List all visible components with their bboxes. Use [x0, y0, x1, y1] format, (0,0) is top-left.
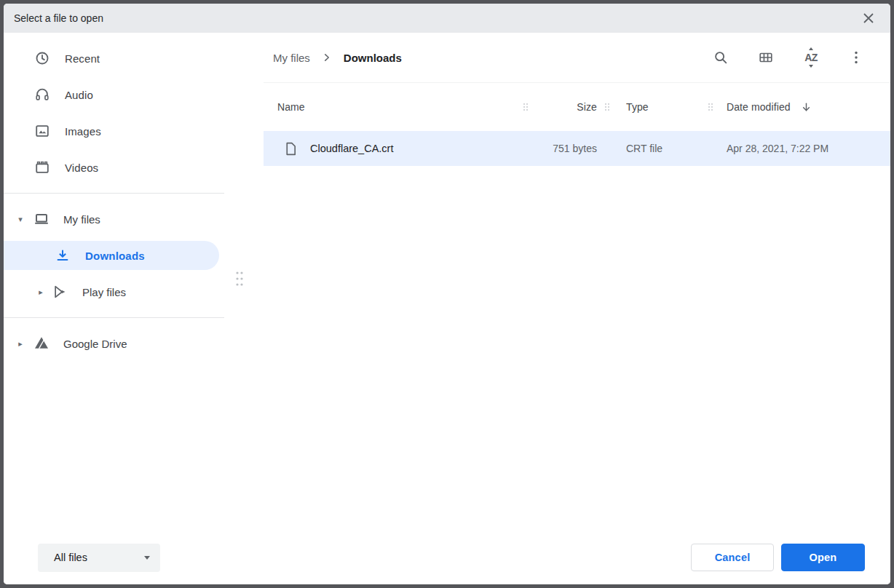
- column-header-name[interactable]: Name: [264, 101, 520, 113]
- column-header-label: Date modified: [727, 101, 791, 113]
- sidebar-item-images[interactable]: Images: [4, 113, 224, 149]
- sort-button[interactable]: AZ: [802, 48, 820, 67]
- column-resize-handle-icon[interactable]: [520, 103, 531, 111]
- sidebar-divider: [4, 317, 224, 318]
- file-type-filter-value: All files: [54, 552, 144, 563]
- sidebar-item-my-files[interactable]: ▾ My files: [4, 201, 224, 237]
- sidebar-item-audio[interactable]: Audio: [4, 76, 224, 113]
- arrow-down-icon: [800, 101, 812, 114]
- sidebar-item-label: Videos: [65, 162, 98, 174]
- sidebar-item-label: Google Drive: [63, 338, 127, 350]
- table-row[interactable]: Cloudflare_CA.crt 751 bytes CRT file Apr…: [264, 131, 890, 166]
- file-size: 751 bytes: [531, 143, 597, 154]
- chevron-collapsed-icon[interactable]: ▸: [36, 287, 46, 297]
- google-drive-icon: [33, 335, 50, 352]
- cancel-button[interactable]: Cancel: [691, 544, 774, 571]
- file-picker-dialog: Select a file to open Recent Audio: [0, 0, 894, 588]
- sort-az-icon: AZ: [804, 52, 818, 63]
- dialog-body: Recent Audio Images Videos: [4, 33, 890, 531]
- breadcrumb-item-my-files[interactable]: My files: [272, 52, 312, 64]
- table-header: Name Size Type Date modified: [264, 83, 890, 131]
- sidebar-divider: [4, 193, 224, 194]
- more-vertical-icon: [848, 49, 864, 65]
- title-bar: Select a file to open: [4, 4, 890, 33]
- dialog-title: Select a file to open: [14, 12, 860, 24]
- column-resize-handle-icon[interactable]: [597, 103, 617, 111]
- download-icon: [55, 247, 71, 263]
- column-header-type[interactable]: Type: [617, 101, 702, 113]
- close-icon: [863, 12, 874, 24]
- grid-view-icon: [758, 49, 774, 65]
- sidebar: Recent Audio Images Videos: [4, 33, 224, 531]
- play-store-icon: [52, 283, 69, 301]
- file-document-icon: [283, 141, 298, 156]
- sidebar-item-play-files[interactable]: ▸ Play files: [4, 274, 224, 310]
- sidebar-item-videos[interactable]: Videos: [4, 149, 224, 186]
- column-header-size[interactable]: Size: [531, 101, 597, 113]
- file-list-panel: My files Downloads AZ: [264, 33, 890, 531]
- dropdown-caret-icon: [144, 556, 150, 560]
- headphones-icon: [34, 87, 50, 103]
- sidebar-item-downloads[interactable]: Downloads: [4, 241, 219, 270]
- close-button[interactable]: [860, 9, 877, 27]
- chevron-right-icon: [320, 51, 333, 64]
- breadcrumb-item-downloads: Downloads: [342, 52, 403, 64]
- file-name-cell: Cloudflare_CA.crt: [264, 141, 520, 156]
- file-name: Cloudflare_CA.crt: [310, 143, 393, 154]
- column-header-date-modified[interactable]: Date modified: [719, 101, 890, 114]
- file-type-filter-select[interactable]: All files: [38, 544, 160, 572]
- sidebar-item-google-drive[interactable]: ▸ Google Drive: [4, 325, 224, 362]
- column-resize-handle-icon[interactable]: [702, 103, 719, 111]
- search-icon: [713, 49, 729, 65]
- file-type: CRT file: [617, 143, 702, 154]
- sidebar-item-label: Recent: [65, 52, 100, 65]
- chevron-expanded-icon[interactable]: ▾: [15, 215, 25, 224]
- sidebar-item-label: Downloads: [85, 250, 145, 262]
- sidebar-item-label: Images: [65, 125, 101, 138]
- sidebar-item-recent[interactable]: Recent: [4, 40, 224, 76]
- grid-view-button[interactable]: [756, 48, 775, 67]
- breadcrumb-toolbar-row: My files Downloads AZ: [264, 33, 890, 82]
- file-date-modified: Apr 28, 2021, 7:22 PM: [719, 143, 890, 154]
- toolbar: AZ: [711, 48, 873, 67]
- search-button[interactable]: [711, 48, 730, 67]
- laptop-icon: [33, 210, 50, 228]
- clock-icon: [34, 50, 50, 66]
- footer-bar: All files Cancel Open: [4, 531, 890, 584]
- splitter-drag-handle-icon[interactable]: [234, 269, 245, 288]
- breadcrumb: My files Downloads: [272, 51, 711, 64]
- more-options-button[interactable]: [847, 48, 866, 67]
- movie-icon: [34, 159, 50, 175]
- sidebar-item-label: My files: [63, 213, 100, 226]
- sidebar-item-label: Audio: [65, 89, 93, 101]
- sidebar-splitter[interactable]: [224, 33, 264, 531]
- sidebar-item-label: Play files: [82, 286, 126, 298]
- open-button[interactable]: Open: [781, 544, 865, 571]
- image-icon: [34, 123, 50, 139]
- chevron-collapsed-icon[interactable]: ▸: [15, 339, 25, 349]
